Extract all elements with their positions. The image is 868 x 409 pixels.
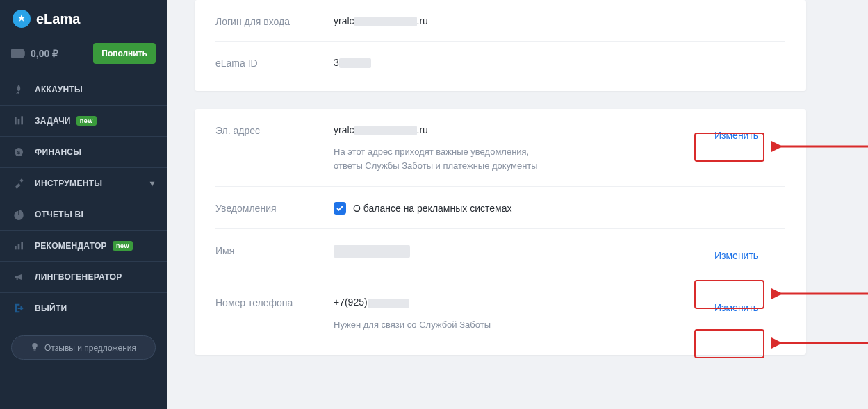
logo-icon — [13, 10, 31, 28]
svg-rect-6 — [18, 244, 20, 249]
tools-icon — [13, 178, 25, 189]
svg-rect-7 — [21, 242, 23, 250]
row-elama-id: eLama ID 3 — [195, 42, 806, 87]
name-value — [334, 244, 702, 257]
chevron-down-icon: ▾ — [150, 178, 154, 188]
sidebar: eLama 0,00 ₽ Пополнить АККАУНТЫ ЗАДАЧИ n… — [0, 0, 167, 409]
row-login: Логин для входа yralc.ru — [215, 0, 785, 42]
feedback-button[interactable]: Отзывы и предложения — [11, 335, 156, 360]
phone-label: Номер телефона — [215, 297, 334, 308]
login-label: Логин для входа — [215, 15, 334, 27]
svg-text:$: $ — [17, 149, 21, 156]
change-phone-button[interactable]: Изменить — [702, 297, 771, 319]
email-label: Эл. адрес — [215, 124, 334, 136]
wallet-icon — [11, 49, 24, 58]
rocket-icon — [13, 84, 25, 95]
change-name-button[interactable]: Изменить — [702, 244, 771, 267]
sidebar-item-label: ВЫЙТИ — [35, 303, 67, 313]
name-label: Имя — [215, 244, 334, 256]
megaphone-icon — [13, 272, 25, 283]
phone-hint: Нужен для связи со Службой Заботы — [334, 318, 702, 332]
feedback-label: Отзывы и предложения — [44, 343, 136, 353]
balance-notify-label: О балансе на рекламных системах — [353, 203, 511, 214]
svg-rect-5 — [15, 246, 17, 249]
row-name: Имя Изменить — [215, 229, 785, 281]
email-value: yralc.ru На этот адрес приходят важные у… — [334, 124, 702, 172]
svg-rect-0 — [15, 117, 17, 125]
balance-amount: 0,00 ₽ — [31, 48, 58, 59]
phone-value: +7(925) Нужен для связи со Службой Забот… — [334, 297, 702, 331]
sidebar-item-label: АККАУНТЫ — [35, 85, 83, 94]
row-notifications: Уведомления О балансе на рекламных систе… — [215, 187, 785, 229]
sidebar-item-recommender[interactable]: РЕКОМЕНДАТОР new — [0, 231, 167, 262]
finance-icon: $ — [13, 147, 25, 158]
tasks-icon — [13, 115, 25, 126]
topup-button[interactable]: Пополнить — [93, 43, 156, 64]
login-value: yralc.ru — [334, 15, 785, 26]
sidebar-item-label: ОТЧЕТЫ BI — [35, 210, 83, 219]
row-email: Эл. адрес yralc.ru На этот адрес приходя… — [215, 109, 785, 187]
card-profile: Эл. адрес yralc.ru На этот адрес приходя… — [195, 109, 806, 355]
sidebar-item-label: РЕКОМЕНДАТОР — [35, 241, 107, 251]
sidebar-item-label: ЗАДАЧИ — [35, 116, 71, 126]
balance-notify-checkbox[interactable] — [334, 202, 346, 215]
balance-row: 0,00 ₽ Пополнить — [0, 36, 167, 74]
new-badge: new — [76, 116, 97, 126]
svg-rect-1 — [18, 119, 20, 124]
exit-icon — [13, 303, 25, 314]
sidebar-item-tasks[interactable]: ЗАДАЧИ new — [0, 106, 167, 137]
svg-rect-2 — [21, 116, 23, 124]
sidebar-item-label: ФИНАНСЫ — [35, 147, 81, 157]
card-account: Логин для входа yralc.ru eLama ID 3 — [195, 0, 806, 91]
logo[interactable]: eLama — [0, 0, 167, 36]
nav: АККАУНТЫ ЗАДАЧИ new $ ФИНАНСЫ ИНСТРУМЕНТ… — [0, 74, 167, 324]
elama-id-label: eLama ID — [215, 57, 334, 69]
sidebar-item-reports[interactable]: ОТЧЕТЫ BI — [0, 199, 167, 231]
change-email-button[interactable]: Изменить — [702, 124, 771, 147]
sidebar-item-finance[interactable]: $ ФИНАНСЫ — [0, 137, 167, 168]
main: Логин для входа yralc.ru eLama ID 3 Эл. … — [167, 0, 868, 409]
bars-icon — [13, 240, 25, 251]
piechart-icon — [13, 209, 25, 220]
bulb-icon — [31, 342, 39, 353]
sidebar-item-lingvo[interactable]: ЛИНГВОГЕНЕРАТОР — [0, 262, 167, 293]
sidebar-item-exit[interactable]: ВЫЙТИ — [0, 293, 167, 324]
elama-id-value: 3 — [334, 57, 785, 68]
notifications-label: Уведомления — [215, 202, 334, 214]
sidebar-item-label: ИНСТРУМЕНТЫ — [35, 178, 102, 188]
sidebar-item-accounts[interactable]: АККАУНТЫ — [0, 74, 167, 106]
sidebar-item-tools[interactable]: ИНСТРУМЕНТЫ ▾ — [0, 168, 167, 199]
notifications-value: О балансе на рекламных системах — [334, 202, 702, 215]
email-hint: На этот адрес приходят важные уведомлени… — [334, 145, 702, 172]
logo-text: eLama — [36, 11, 80, 27]
new-badge: new — [113, 241, 133, 251]
sidebar-item-label: ЛИНГВОГЕНЕРАТОР — [35, 272, 122, 282]
row-phone: Номер телефона +7(925) Нужен для связи с… — [195, 281, 806, 345]
